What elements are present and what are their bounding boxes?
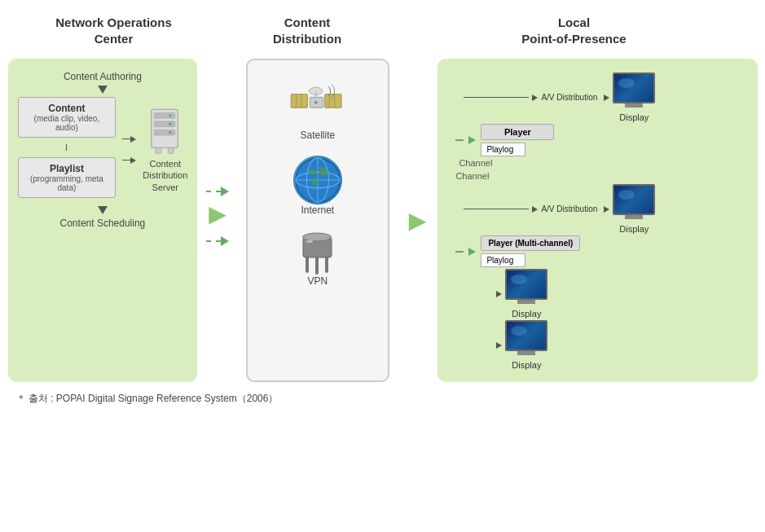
display-2-label: Display [619,224,648,234]
display-2-wrap: Display [613,184,655,234]
display-2-screen [613,184,655,215]
content-box-title: Content [27,103,108,114]
display-3-screen [505,269,547,300]
globe-icon [293,156,342,204]
svg-rect-29 [306,240,313,243]
noc-title: Network Operations Center [8,15,220,46]
display-1-label: Display [619,112,648,122]
display-3-wrap: Display [505,269,547,319]
display-3-label: Display [512,309,541,319]
dist-panel: Satellite [246,59,389,382]
player2-box: Player (Multi-channel) [481,235,580,251]
svg-point-4 [169,114,172,117]
content-box: Content (media clip, video, audio) [18,97,117,138]
arrow-to-server-2 [130,157,136,164]
vpn-label: VPN [308,275,328,287]
dist-title: Content Distribution [228,15,387,46]
svg-point-25 [303,233,332,241]
satellite-item: Satellite [287,81,348,141]
display-1-screen [613,73,655,103]
playlog1-box: Playlog [481,143,525,156]
satellite-icon [287,81,348,130]
svg-rect-1 [155,113,176,119]
svg-rect-3 [155,130,176,135]
player1-box: Player [481,124,554,140]
noc-panel: Content Authoring Content (media clip, v… [8,59,198,382]
vpn-item: VPN [295,231,340,287]
satellite-label: Satellite [301,130,336,141]
pop-title: Local Point-of-Presence [395,15,754,46]
playlog2-box: Playlog [481,253,525,267]
av-dist1-label: A/V Distribution [541,93,597,102]
vpn-icon [295,231,340,275]
pop-panel: A/V Distribution Display [437,59,757,382]
internet-label: Internet [301,204,335,216]
av-dist2-label: A/V Distribution [541,204,597,213]
server-icon [143,106,187,155]
channel1-label: Channel [459,158,492,168]
playlist-box: Playlist (programming, meta data) [18,157,117,198]
display-4-wrap: Display [505,320,547,370]
svg-rect-10 [292,95,308,108]
content-authoring-label: Content Authoring [64,71,142,82]
playlist-box-sub: (programming, meta data) [27,174,108,192]
svg-rect-8 [169,147,174,153]
display-1-wrap: Display [613,73,655,122]
svg-point-18 [314,101,318,104]
svg-rect-2 [155,121,176,127]
content-scheduling-label: Content Scheduling [60,218,146,229]
footer-citation: ＊ 출처 : POPAI Digital Signage Reference S… [16,392,758,406]
svg-point-5 [169,123,172,125]
server-label: Content Distribution Server [143,158,187,193]
arrow-down-1 [98,86,108,94]
playlist-box-title: Playlist [27,163,108,174]
internet-item: Internet [293,156,342,216]
arrow-down-2 [98,206,108,214]
big-arrow-dist-pop: ► [403,206,433,235]
big-arrow-noc-dist: ► [203,200,232,229]
channel2-label: Channel [455,171,489,181]
svg-point-6 [169,131,172,134]
display-4-screen [505,320,547,351]
display-4-label: Display [512,360,541,370]
content-box-sub: (media clip, video, audio) [27,114,108,132]
svg-rect-7 [156,147,161,153]
arrow-to-server-1 [130,136,136,143]
